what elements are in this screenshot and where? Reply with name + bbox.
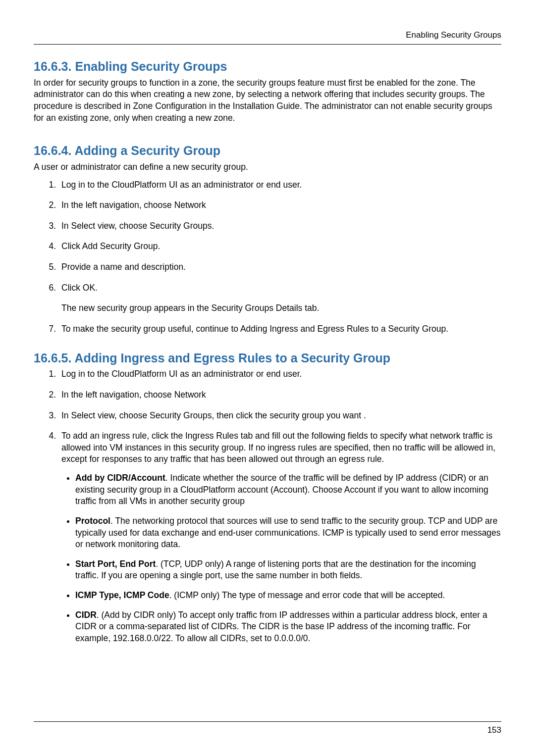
- field-item: Protocol. The networking protocol that s…: [75, 515, 501, 551]
- step-item: Log in to the CloudPlatform UI as an adm…: [58, 179, 501, 191]
- ingress-field-list: Add by CIDR/Account. Indicate whether th…: [61, 472, 501, 645]
- step-item: In Select view, choose Security Groups.: [58, 220, 501, 232]
- step-item: To add an ingress rule, click the Ingres…: [58, 430, 501, 644]
- section-title-adding-rules: 16.6.5. Adding Ingress and Egress Rules …: [34, 350, 501, 367]
- step-text: Click Add Security Group.: [61, 241, 160, 251]
- header-rule: [34, 44, 501, 45]
- field-term: CIDR: [75, 610, 97, 620]
- running-header: Enabling Security Groups: [34, 30, 501, 41]
- section2-intro: A user or administrator can define a new…: [34, 161, 501, 173]
- step-extra-text: The new security group appears in the Se…: [61, 302, 501, 314]
- step-item: In the left navigation, choose Network: [58, 200, 501, 211]
- field-term: Protocol: [75, 516, 110, 526]
- step-item: In the left navigation, choose Network: [58, 389, 501, 401]
- section-title-adding-group: 16.6.4. Adding a Security Group: [34, 143, 501, 159]
- field-item: Start Port, End Port. (TCP, UDP only) A …: [75, 558, 501, 582]
- section1-paragraph: In order for security groups to function…: [34, 77, 501, 124]
- step-item: To make the security group useful, conti…: [58, 323, 501, 335]
- step-item: Log in to the CloudPlatform UI as an adm…: [58, 368, 501, 380]
- field-item: ICMP Type, ICMP Code. (ICMP only) The ty…: [75, 590, 501, 602]
- step-text: Log in to the CloudPlatform UI as an adm…: [61, 180, 302, 190]
- document-page: Enabling Security Groups 16.6.3. Enablin…: [0, 0, 535, 756]
- step-text: To add an ingress rule, click the Ingres…: [61, 431, 495, 464]
- step-text: To make the security group useful, conti…: [61, 324, 448, 334]
- step-text: In Select view, choose Security Groups, …: [61, 410, 366, 420]
- step-text: Log in to the CloudPlatform UI as an adm…: [61, 369, 302, 379]
- footer-rule: [34, 721, 501, 722]
- step-text: In Select view, choose Security Groups.: [61, 221, 214, 231]
- page-footer: 153: [34, 721, 501, 736]
- section3-steps: Log in to the CloudPlatform UI as an adm…: [34, 368, 501, 644]
- step-text: In the left navigation, choose Network: [61, 390, 206, 400]
- step-text: Provide a name and description.: [61, 262, 186, 272]
- step-item: Click Add Security Group.: [58, 241, 501, 252]
- section-title-enabling: 16.6.3. Enabling Security Groups: [34, 58, 501, 75]
- field-desc: . The networking protocol that sources w…: [75, 516, 501, 549]
- field-term: Add by CIDR/Account: [75, 473, 165, 483]
- field-term: Start Port, End Port: [75, 559, 156, 569]
- field-term: ICMP Type, ICMP Code: [75, 590, 169, 600]
- step-item: Provide a name and description.: [58, 261, 501, 273]
- page-number: 153: [34, 725, 501, 736]
- field-item: CIDR. (Add by CIDR only) To accept only …: [75, 609, 501, 645]
- field-desc: . (ICMP only) The type of message and er…: [169, 590, 445, 600]
- section2-steps: Log in to the CloudPlatform UI as an adm…: [34, 179, 501, 335]
- field-desc: . (Add by CIDR only) To accept only traf…: [75, 610, 487, 643]
- field-item: Add by CIDR/Account. Indicate whether th…: [75, 472, 501, 507]
- step-text: Click OK.: [61, 283, 98, 293]
- step-item: Click OK. The new security group appears…: [58, 282, 501, 314]
- step-item: In Select view, choose Security Groups, …: [58, 410, 501, 422]
- step-text: In the left navigation, choose Network: [61, 200, 206, 210]
